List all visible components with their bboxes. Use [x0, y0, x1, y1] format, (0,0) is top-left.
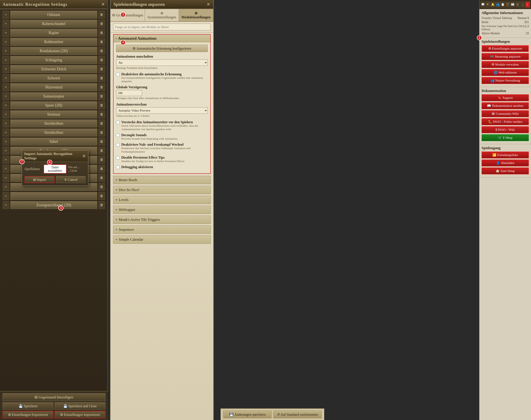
item-plus-btn[interactable]: + [3, 38, 9, 46]
item-plus-btn[interactable]: + [3, 156, 9, 164]
item-name-btn[interactable]: Orknase [10, 11, 97, 18]
deactivate-melee-checkbox[interactable] [116, 143, 120, 147]
anim-toggle-select[interactable]: An [116, 59, 208, 66]
save-changes-button[interactable]: 💾 Änderungen speichern [223, 410, 272, 418]
item-delete-btn[interactable]: 🗑 [98, 138, 105, 146]
left-panel-close[interactable]: ✕ [101, 2, 105, 7]
item-name-btn[interactable]: Schwert [10, 74, 97, 82]
item-name-btn[interactable]: Rabenschnabel [10, 20, 97, 28]
item-name-btn[interactable]: Streitkolben [10, 120, 97, 127]
item-plus-btn[interactable]: + [3, 183, 9, 191]
toolbar-macro-icon[interactable]: B [516, 2, 520, 7]
item-delete-btn[interactable]: 🗑 [98, 65, 105, 73]
item-name-btn[interactable]: Sklaventod [10, 83, 97, 91]
item-plus-btn[interactable]: + [3, 102, 9, 109]
dsa5-wiki-button[interactable]: ℹ DSA5 - Wiki [482, 126, 529, 133]
toolbar-scenes-icon[interactable]: 🔔 [491, 2, 495, 7]
controls-adjust-button[interactable]: 🎮 Steuerung anpassen [482, 53, 529, 60]
item-plus-btn[interactable]: + [3, 11, 9, 18]
support-button[interactable]: 🔖 Support [482, 94, 529, 101]
file-choose-button[interactable]: Datei auswählen [44, 165, 66, 174]
item-plus-btn[interactable]: + [3, 20, 9, 28]
item-delete-btn[interactable]: 🗑 [98, 156, 105, 164]
deactivate-auto-checkbox[interactable] [116, 73, 120, 76]
decouple-sounds-checkbox[interactable] [116, 134, 120, 137]
item-delete-btn[interactable]: 🗑 [98, 56, 105, 64]
item-plus-btn[interactable]: + [3, 129, 9, 136]
item-delete-btn[interactable]: 🗑 [98, 120, 105, 127]
item-name-btn[interactable]: Schlagring [10, 56, 97, 64]
toolbar-tables-icon[interactable]: 🗒 [505, 2, 510, 7]
item-plus-btn[interactable]: + [3, 201, 9, 209]
dialog-import-button[interactable]: ⊞ Import [25, 176, 54, 183]
logout-button[interactable]: 👤 Abmelden [482, 160, 529, 166]
item-name-btn[interactable]: Streitaxt [10, 110, 97, 118]
item-delete-btn[interactable]: 🗑 [98, 110, 105, 118]
item-delete-btn[interactable]: 🗑 [98, 11, 105, 18]
item-name-btn[interactable] [10, 192, 97, 200]
item-plus-btn[interactable]: + [3, 120, 9, 127]
module-search-input[interactable] [113, 24, 211, 30]
item-plus-btn[interactable]: + [3, 138, 9, 146]
settings-adjust-button[interactable]: ⚙ Einstellungen anpassen [482, 45, 529, 52]
item-plus-btn[interactable]: + [3, 192, 9, 200]
save-button[interactable]: 💾 Speichern [3, 402, 53, 410]
item-delete-btn[interactable]: 🗑 [98, 92, 105, 100]
item-delete-btn[interactable]: 🗑 [98, 165, 105, 173]
setup-button[interactable]: 🏠 Zum Setup [482, 167, 529, 174]
item-delete-btn[interactable]: 🗑 [98, 74, 105, 82]
item-delete-btn[interactable]: 🗑 [98, 129, 105, 136]
collapsed-module-header[interactable]: + Monk's Active Tile Triggers [113, 216, 211, 224]
item-plus-btn[interactable]: + [3, 47, 9, 55]
item-name-btn[interactable]: Speer (2H) [10, 102, 97, 109]
item-plus-btn[interactable]: + [3, 174, 9, 182]
tab-moduleinstellungen[interactable]: ⚙ Moduleinstellungen [179, 9, 213, 21]
collapsed-module-header[interactable]: + Better Roofs [113, 176, 211, 184]
world-edit-button[interactable]: 🌐 Welt editieren [482, 69, 529, 76]
item-delete-btn[interactable]: 🗑 [98, 38, 105, 46]
dialog-cancel-button[interactable]: ✕ Cancel [56, 176, 86, 183]
item-delete-btn[interactable]: 🗑 [98, 29, 105, 37]
item-name-btn[interactable]: Rondakamm (2H) [10, 47, 97, 55]
item-name-btn[interactable]: Sonnenzepter [10, 92, 97, 100]
toolbar-music-icon[interactable]: ♪ [521, 2, 525, 7]
collapsed-module-header[interactable]: + Dice So Nice! [113, 186, 211, 194]
aa-config-button[interactable]: ⚙ Automatische Erkennung konfigurieren [116, 45, 208, 52]
item-name-btn[interactable]: Streitkolben [10, 129, 97, 136]
module-aa-header[interactable]: ▪ Automated Animations [114, 34, 210, 43]
item-plus-btn[interactable]: + [3, 92, 9, 100]
item-delete-btn[interactable]: 🗑 [98, 47, 105, 55]
item-delete-btn[interactable]: 🗑 [98, 183, 105, 191]
hide-tab-checkbox[interactable] [116, 121, 120, 124]
item-name-btn[interactable]: Rapier [10, 29, 97, 37]
item-plus-btn[interactable]: + [3, 165, 9, 173]
item-plus-btn[interactable]: + [3, 147, 9, 154]
debug-checkbox[interactable] [116, 165, 120, 169]
item-plus-btn[interactable]: + [3, 56, 9, 64]
bug-report-button[interactable]: 🐛 DSA5 - Fehler melden [482, 118, 529, 125]
add-item-button[interactable]: ⊞ Gegenstand hinzufügen [3, 393, 105, 401]
item-name-btn[interactable]: Säbel [10, 138, 97, 146]
item-delete-btn[interactable]: 🗑 [98, 201, 105, 209]
item-plus-btn[interactable]: + [3, 74, 9, 82]
reset-button[interactable]: ↺ Auf Standard zurücksetzen [273, 410, 322, 418]
toolbar-actors-icon[interactable]: 👁 [486, 2, 490, 7]
toolbar-cards-icon[interactable]: 📰 [511, 2, 515, 7]
item-delete-btn[interactable]: 🗑 [98, 20, 105, 28]
tab-systemeinstellungen[interactable]: ⚙ Systemeinstellungen [145, 9, 179, 21]
item-name-btn[interactable]: Zwergenschlager (2H) [10, 201, 97, 209]
wiki-button[interactable]: 🏛 Community-Wiki [482, 110, 529, 117]
modules-manage-button[interactable]: ⚙ Module verwalten [482, 61, 529, 68]
middle-close[interactable]: ✕ [207, 2, 210, 7]
item-plus-btn[interactable]: + [3, 65, 9, 73]
collapsed-module-header[interactable]: + libWrapper [113, 206, 211, 214]
invite-links-button[interactable]: 📶 Einladungslinks [482, 151, 529, 158]
toolbar-items-icon[interactable]: 👥 [496, 2, 500, 7]
save-close-button[interactable]: 💾 Speichern and Close [55, 402, 105, 410]
item-delete-btn[interactable]: 🗑 [98, 174, 105, 182]
item-delete-btn[interactable]: 🗑 [98, 83, 105, 91]
disable-persistent-checkbox[interactable] [116, 156, 120, 160]
item-name-btn[interactable]: Robbentöter [10, 38, 97, 46]
item-delete-btn[interactable]: 🗑 [98, 192, 105, 200]
dialog-close[interactable]: ✕ [82, 153, 86, 159]
